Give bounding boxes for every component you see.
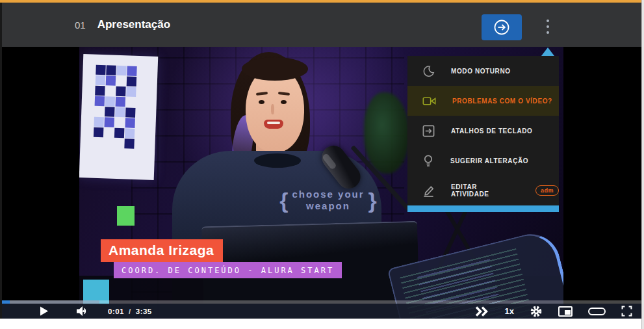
duration: 3:35	[136, 308, 152, 315]
lesson-title: Apresentação	[97, 18, 170, 31]
lesson-header: 01 Apresentação	[2, 3, 641, 47]
video-player: { choose your weapon } Amanda I	[2, 47, 641, 319]
keyboard-shortcut-icon	[422, 125, 435, 137]
theater-icon	[588, 308, 606, 315]
options-kebab-menu-button[interactable]	[539, 12, 557, 42]
theater-mode-button[interactable]	[588, 308, 606, 315]
lightbulb-icon	[422, 154, 434, 167]
settings-gear-icon	[530, 305, 543, 318]
video-camera-icon	[422, 96, 436, 107]
speaker-fringe	[242, 57, 308, 81]
window-left-edge	[0, 3, 2, 319]
playback-speed-button[interactable]: 1x	[505, 306, 514, 316]
activity-page: 01 Apresentação	[0, 0, 641, 329]
pip-icon	[558, 306, 573, 317]
adm-badge: adm	[535, 185, 559, 196]
fullscreen-icon	[621, 306, 632, 317]
kebab-dot	[547, 25, 549, 28]
lesson-number: 01	[75, 20, 86, 31]
arrow-right-circle-icon	[493, 18, 511, 36]
skip-forward-button[interactable]	[475, 306, 489, 317]
dropdown-pointer	[541, 47, 554, 56]
progress-buffered	[10, 300, 99, 304]
plant	[364, 92, 409, 174]
controls-bar: 0:01 / 3:35 1x	[2, 304, 641, 319]
pencil-icon	[422, 185, 435, 197]
tshirt-text: { choose your weapon }	[270, 189, 387, 212]
menu-item-atalhos-teclado[interactable]: ATALHOS DE TECLADO	[407, 116, 559, 146]
play-button[interactable]	[40, 306, 49, 316]
scrollbar-track[interactable]	[641, 0, 644, 329]
kebab-dot	[547, 20, 549, 22]
progress-bar[interactable]	[2, 300, 641, 304]
volume-icon	[76, 306, 90, 317]
fullscreen-button[interactable]	[621, 306, 632, 317]
player-controls: 0:01 / 3:35 1x	[2, 300, 641, 319]
pip-button[interactable]	[558, 306, 573, 317]
options-dropdown-menu: MODO NOTURNO PROBLEMAS COM O VÍDEO?	[407, 56, 559, 212]
speaker-name-tag: Amanda Irizaga	[101, 239, 223, 262]
kebab-dot	[547, 31, 549, 34]
skip-forward-icon	[475, 306, 489, 317]
menu-item-editar-atividade[interactable]: EDITAR ATIVIDADE adm	[407, 176, 559, 205]
progress-remaining	[99, 300, 641, 304]
menu-item-sugerir-alteracao[interactable]: SUGERIR ALTERAÇÃO	[407, 146, 559, 176]
time-display: 0:01 / 3:35	[108, 308, 152, 315]
dropdown-footer-bar	[407, 205, 559, 212]
speaker-role-tag: COORD. DE CONTEÚDO - ALURA START	[114, 262, 342, 278]
next-activity-button[interactable]	[482, 14, 522, 40]
green-square-graphic	[117, 206, 135, 226]
play-icon	[40, 306, 49, 316]
menu-item-problemas-video[interactable]: PROBLEMAS COM O VÍDEO?	[407, 86, 559, 116]
volume-button[interactable]	[76, 306, 90, 317]
menu-item-modo-noturno[interactable]: MODO NOTURNO	[407, 56, 559, 86]
wall-poster	[79, 54, 158, 180]
moon-icon	[422, 65, 435, 77]
progress-played	[2, 300, 10, 304]
settings-button[interactable]	[530, 305, 543, 318]
current-time: 0:01	[108, 308, 124, 315]
